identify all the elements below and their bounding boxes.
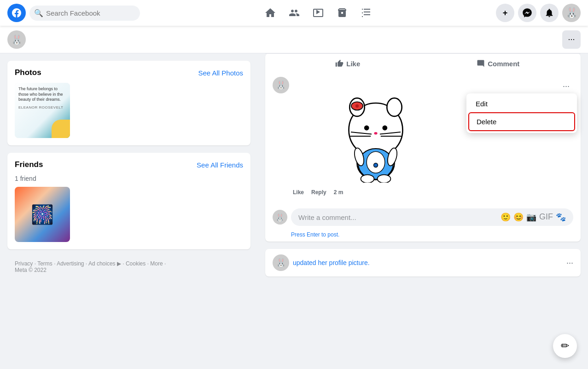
friends-count: 1 friend [15, 175, 243, 182]
compose-icon: ✏ [561, 340, 569, 352]
svg-point-15 [374, 163, 378, 167]
footer-cookies-link[interactable]: Cookies [126, 260, 146, 267]
friend-thumbnail[interactable]: 🎆 [15, 187, 70, 242]
svg-point-8 [374, 132, 377, 134]
photos-title: Photos [15, 68, 41, 77]
footer-links: Privacy · Terms · Advertising · Ad choic… [15, 260, 166, 267]
quote-author: ELEANOR ROOSEVELT [18, 105, 66, 110]
footer-adchoices-link[interactable]: Ad choices ▶ [88, 260, 121, 267]
nav-left: 🔍 [7, 4, 140, 22]
comment-label: Comment [488, 60, 519, 68]
see-all-friends-link[interactable]: See All Friends [197, 161, 243, 169]
photo-thumbnail[interactable]: The future belongs to those who believe … [15, 83, 70, 138]
gif-icon[interactable]: GIF [539, 212, 553, 222]
edit-label: Edit [476, 100, 488, 108]
comment-placeholder: Write a comment... [298, 213, 356, 221]
add-button[interactable]: + [496, 4, 514, 22]
top-navigation: 🔍 + 🐰 [0, 0, 588, 26]
bottom-post-more-button[interactable]: ··· [566, 258, 573, 268]
notifications-button[interactable] [540, 4, 559, 22]
friends-card-header: Friends See All Friends [15, 160, 243, 169]
footer-advertising-link[interactable]: Advertising [57, 260, 84, 267]
comment-section: 🐰 [265, 73, 581, 205]
post-actions-bar: Like Comment [265, 53, 581, 73]
like-label: Like [346, 60, 360, 68]
footer-terms-link[interactable]: Terms [37, 260, 52, 267]
comment-more-icon: ··· [563, 81, 570, 91]
nav-watch-button[interactable] [307, 2, 329, 24]
bottom-post-text: updated her profile picture. [293, 259, 370, 266]
press-enter-hint: Press Enter to post. [265, 231, 581, 242]
bottom-post-avatar: 🐰 [273, 254, 289, 271]
photo-thumb-inner: The future belongs to those who believe … [15, 83, 70, 138]
friend-thumb-inner: 🎆 [15, 187, 70, 242]
svg-point-5 [355, 104, 359, 108]
yellow-accent [52, 120, 70, 138]
svg-point-17 [378, 175, 391, 183]
comment-button[interactable]: Comment [423, 56, 574, 71]
comment-bubble-row: ··· Edit Delete [293, 77, 573, 187]
comment-input-icons: 🙂 😊 📷 GIF 🐾 [501, 212, 566, 222]
footer: Privacy · Terms · Advertising · Ad choic… [7, 257, 250, 277]
delete-option[interactable]: Delete [468, 112, 575, 131]
profile-small-avatar[interactable]: 🐰 [7, 30, 26, 49]
search-icon: 🔍 [34, 9, 43, 17]
svg-point-14 [367, 151, 385, 173]
comment-input-wrap[interactable]: Write a comment... 🙂 😊 📷 GIF 🐾 [291, 208, 573, 226]
comment-more-button[interactable]: ··· Edit Delete [559, 80, 573, 93]
comment-meta: Like Reply 2 m [293, 187, 573, 197]
compose-fab[interactable]: ✏ [553, 334, 577, 358]
see-all-photos-link[interactable]: See All Photos [198, 69, 243, 77]
profile-avatar[interactable]: 🐰 [562, 4, 581, 22]
attachment-icon[interactable]: 🐾 [556, 212, 566, 222]
photos-card: Photos See All Photos The future belongs… [7, 61, 250, 145]
comment-dropdown-menu: Edit Delete [466, 93, 577, 133]
quote-text: The future belongs to those who believe … [18, 86, 66, 103]
nav-menu-button[interactable] [355, 2, 377, 24]
friends-title: Friends [15, 160, 43, 169]
emoji-icon[interactable]: 😊 [513, 212, 524, 222]
footer-privacy-link[interactable]: Privacy [15, 260, 33, 267]
nav-home-button[interactable] [259, 2, 281, 24]
post-card: Like Comment 🐰 [265, 53, 581, 242]
bottom-post-preview: 🐰 updated her profile picture. ··· [265, 249, 581, 277]
footer-more-link[interactable]: More [150, 260, 163, 267]
delete-label: Delete [477, 118, 496, 126]
comment-avatar: 🐰 [273, 77, 289, 93]
nav-right: + 🐰 [496, 4, 581, 22]
search-bar[interactable]: 🔍 [29, 6, 140, 21]
svg-point-16 [361, 175, 374, 183]
nav-marketplace-button[interactable] [331, 2, 353, 24]
commenter-avatar: 🐰 [273, 210, 287, 225]
comment-image [293, 77, 459, 187]
comment-content: ··· Edit Delete [293, 77, 573, 197]
like-button[interactable]: Like [273, 56, 423, 71]
profile-subheader: 🐰 ··· [0, 26, 588, 53]
nav-friends-button[interactable] [283, 2, 305, 24]
right-feed: Like Comment 🐰 [258, 53, 588, 369]
comment-like-action[interactable]: Like [293, 189, 304, 196]
svg-point-7 [382, 126, 387, 131]
left-sidebar: Photos See All Photos The future belongs… [0, 53, 258, 369]
svg-point-3 [387, 98, 402, 116]
nav-center [140, 2, 496, 24]
comment-item: 🐰 [273, 77, 573, 197]
photos-card-header: Photos See All Photos [15, 68, 243, 77]
comment-reply-action[interactable]: Reply [311, 189, 326, 196]
facebook-logo[interactable] [7, 4, 26, 22]
comment-input-row: 🐰 Write a comment... 🙂 😊 📷 GIF 🐾 [265, 205, 581, 231]
messenger-button[interactable] [518, 4, 536, 22]
main-content: Photos See All Photos The future belongs… [0, 0, 588, 369]
bottom-post-more: ··· [566, 258, 573, 268]
hello-kitty-svg [334, 81, 417, 183]
edit-option[interactable]: Edit [468, 95, 575, 112]
friends-card: Friends See All Friends 1 friend 🎆 [7, 153, 250, 249]
sticker-icon[interactable]: 🙂 [501, 212, 511, 222]
camera-icon[interactable]: 📷 [526, 212, 536, 222]
footer-copyright: Meta © 2022 [15, 267, 47, 273]
profile-more-button[interactable]: ··· [562, 30, 581, 49]
comment-time: 2 m [334, 189, 343, 196]
svg-point-6 [364, 126, 369, 131]
search-input[interactable] [29, 6, 140, 21]
